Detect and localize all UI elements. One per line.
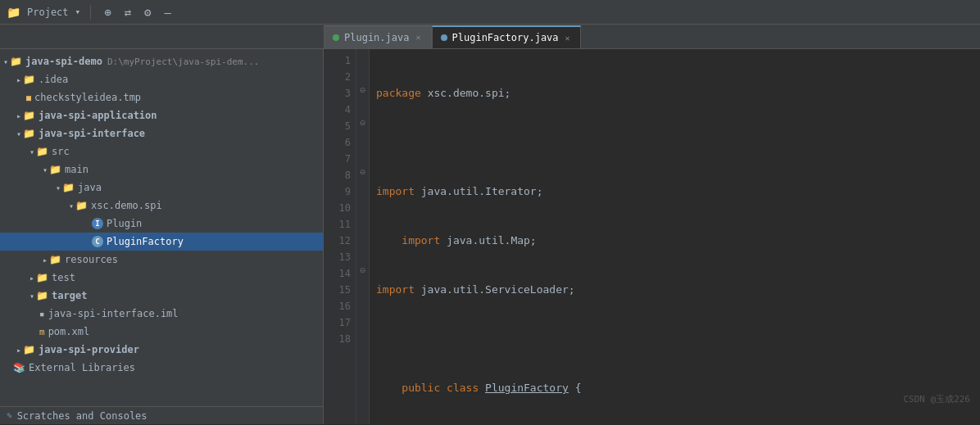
gutter-10 bbox=[356, 197, 369, 213]
tree-item-main[interactable]: 📁 main bbox=[0, 161, 323, 179]
code-line-5: import java.util.ServiceLoader; bbox=[376, 282, 980, 298]
tree-item-pluginfactory[interactable]: C PluginFactory bbox=[0, 233, 323, 251]
code-gutter: ⊖ ⊖ ⊖ ⊖ bbox=[356, 49, 370, 424]
code-line-3: import java.util.Iterator; bbox=[376, 183, 980, 200]
tab-plugin-label: Plugin.java bbox=[344, 32, 409, 43]
arrow-provider bbox=[16, 346, 21, 355]
gutter-13 bbox=[356, 246, 369, 262]
tab-dot-blue bbox=[441, 34, 447, 41]
line-num-6: 6 bbox=[324, 134, 351, 151]
tree-item-test[interactable]: 📁 test bbox=[0, 269, 323, 287]
settings-icon[interactable]: ⚙ bbox=[141, 4, 154, 20]
line-num-10: 10 bbox=[324, 200, 351, 216]
code-content[interactable]: package xsc.demo.spi; import java.util.I… bbox=[370, 49, 980, 424]
main-layout: 📁 java-spi-demo D:\myProject\java-spi-de… bbox=[0, 49, 980, 424]
gutter-18 bbox=[356, 328, 369, 344]
tree-item-java-spi-provider[interactable]: 📁 java-spi-provider bbox=[0, 341, 323, 359]
folder-icon-main: 📁 bbox=[49, 164, 61, 175]
line-num-18: 18 bbox=[324, 331, 351, 347]
tab-pluginfactory-java[interactable]: PluginFactory.java ✕ bbox=[432, 25, 581, 48]
line-num-3: 3 bbox=[324, 85, 351, 102]
file-icon-iml: ▪ bbox=[39, 309, 45, 319]
tree-item-iml[interactable]: ▪ java-spi-interface.iml bbox=[0, 305, 323, 323]
new-scratchfile-icon[interactable]: ⊕ bbox=[101, 4, 114, 20]
line-num-8: 8 bbox=[324, 167, 351, 183]
tree-item-idea[interactable]: 📁 .idea bbox=[0, 70, 323, 88]
arrow-target bbox=[29, 292, 34, 301]
gutter-3: ⊖ bbox=[356, 82, 369, 98]
tree-item-java-spi-application[interactable]: 📁 java-spi-application bbox=[0, 106, 323, 124]
watermark: CSDN @玉成226 bbox=[903, 393, 970, 405]
label-main: main bbox=[65, 164, 88, 175]
tree-item-java[interactable]: 📁 java bbox=[0, 179, 323, 197]
gutter-6 bbox=[356, 131, 369, 147]
tab-close-pluginfactory[interactable]: ✕ bbox=[564, 33, 572, 43]
tree-item-target[interactable]: 📁 target bbox=[0, 287, 323, 305]
scratch-icon: ✎ bbox=[7, 410, 12, 421]
line-num-15: 15 bbox=[324, 282, 351, 298]
label-provider: java-spi-provider bbox=[39, 344, 139, 355]
line-numbers: 1 2 3 4 5 6 7 8 9 10 11 12 13 14 15 16 1… bbox=[324, 49, 356, 424]
tree-item-resources[interactable]: 📁 resources bbox=[0, 251, 323, 269]
toolbar-title: Project bbox=[27, 7, 69, 18]
label-application: java-spi-application bbox=[39, 110, 157, 121]
minimize-icon[interactable]: — bbox=[161, 4, 175, 20]
folder-icon-resources: 📁 bbox=[49, 254, 61, 265]
line-num-5: 5 bbox=[324, 118, 351, 134]
tree-item-plugin[interactable]: I Plugin bbox=[0, 215, 323, 233]
gutter-5: ⊖ bbox=[356, 115, 369, 131]
line-num-2: 2 bbox=[324, 69, 351, 85]
scratch-bar[interactable]: ✎ Scratches and Consoles bbox=[0, 406, 323, 424]
collapse-all-icon[interactable]: ⇄ bbox=[121, 4, 134, 20]
project-folder-icon: 📁 bbox=[7, 6, 20, 19]
arrow-src bbox=[29, 147, 34, 156]
label-pluginfactory: PluginFactory bbox=[107, 236, 184, 247]
gutter-4 bbox=[356, 98, 369, 115]
arrow-test bbox=[29, 274, 34, 283]
line-num-14: 14 bbox=[324, 265, 351, 282]
label-pom: pom.xml bbox=[48, 326, 90, 337]
line-num-1: 1 bbox=[324, 52, 351, 69]
library-icon: 📚 bbox=[13, 362, 25, 373]
tab-close-plugin[interactable]: ✕ bbox=[414, 32, 422, 43]
gutter-11 bbox=[356, 213, 369, 229]
label-resources: resources bbox=[65, 254, 118, 265]
label-java: java bbox=[78, 182, 102, 193]
tree-item-pom[interactable]: m pom.xml bbox=[0, 323, 323, 341]
tab-dot-green bbox=[333, 34, 339, 41]
gutter-9 bbox=[356, 180, 369, 197]
scratch-label: Scratches and Consoles bbox=[17, 410, 147, 422]
gutter-8: ⊖ bbox=[356, 164, 369, 180]
label-idea: .idea bbox=[39, 74, 68, 85]
tree-item-external-libraries[interactable]: 📚 External Libraries bbox=[0, 359, 323, 377]
tree-item-checkstyle[interactable]: ■ checkstyleidea.tmp bbox=[0, 88, 323, 106]
arrow-resources bbox=[43, 255, 48, 264]
tab-plugin-java[interactable]: Plugin.java ✕ bbox=[324, 25, 432, 48]
file-icon-checkstyle: ■ bbox=[26, 93, 31, 102]
toolbar-dropdown-arrow[interactable]: ▾ bbox=[75, 7, 81, 17]
tab-bar: Plugin.java ✕ PluginFactory.java ✕ bbox=[0, 25, 980, 49]
code-line-6 bbox=[376, 331, 980, 347]
tree-item-java-spi-demo[interactable]: 📁 java-spi-demo D:\myProject\java-spi-de… bbox=[0, 52, 323, 70]
arrow-java-spi-demo bbox=[3, 57, 8, 66]
folder-icon-application: 📁 bbox=[23, 110, 35, 121]
label-external-libraries: External Libraries bbox=[29, 362, 135, 373]
label-java-spi-demo: java-spi-demo bbox=[25, 56, 102, 67]
folder-icon-interface: 📁 bbox=[23, 128, 35, 139]
tree-item-src[interactable]: 📁 src bbox=[0, 142, 323, 161]
arrow-main bbox=[43, 165, 48, 174]
badge-plugin-icon: I bbox=[92, 218, 103, 229]
label-plugin: Plugin bbox=[107, 218, 142, 229]
line-num-12: 12 bbox=[324, 233, 351, 249]
toolbar-divider bbox=[90, 5, 91, 20]
gutter-16 bbox=[356, 295, 369, 311]
tree-item-java-spi-interface[interactable]: 📁 java-spi-interface bbox=[0, 124, 323, 142]
code-line-1: package xsc.demo.spi; bbox=[376, 85, 980, 102]
folder-icon-test: 📁 bbox=[36, 272, 48, 283]
folder-icon-target: 📁 bbox=[36, 290, 48, 301]
line-num-13: 13 bbox=[324, 249, 351, 265]
label-target: target bbox=[52, 290, 87, 301]
code-line-7: public class PluginFactory { bbox=[376, 380, 980, 396]
gutter-1 bbox=[356, 49, 369, 66]
tree-item-xsc-demo-spi[interactable]: 📁 xsc.demo.spi bbox=[0, 197, 323, 215]
